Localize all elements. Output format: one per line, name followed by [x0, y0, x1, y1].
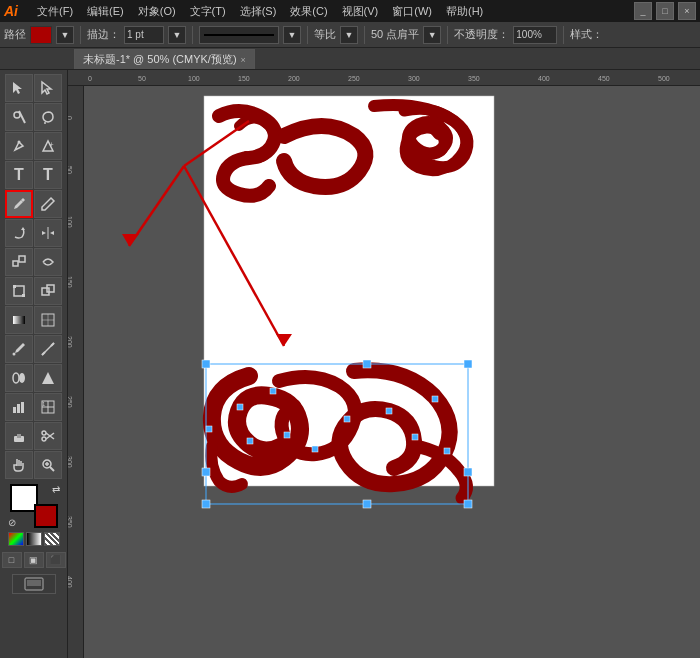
- rotate-tool-button[interactable]: [5, 219, 33, 247]
- stroke-dropdown[interactable]: ▼: [168, 26, 186, 44]
- menu-edit[interactable]: 编辑(E): [84, 3, 127, 20]
- live-paint-tool-button[interactable]: [34, 364, 62, 392]
- direct-select-tool-button[interactable]: [34, 74, 62, 102]
- menu-view[interactable]: 视图(V): [339, 3, 382, 20]
- document-tab[interactable]: 未标题-1* @ 50% (CMYK/预览) ×: [74, 49, 255, 69]
- normal-screen-btn[interactable]: □: [2, 552, 22, 568]
- pen-tool-button[interactable]: [5, 132, 33, 160]
- paintbrush-tool-button[interactable]: [5, 190, 33, 218]
- handle-mr[interactable]: [464, 468, 472, 476]
- maximize-button[interactable]: □: [656, 2, 674, 20]
- anchor-2[interactable]: [247, 438, 253, 444]
- type-tool-button[interactable]: T: [5, 161, 33, 189]
- tool-row-1: [2, 74, 65, 102]
- svg-text:400: 400: [538, 75, 550, 82]
- opacity-input[interactable]: [513, 26, 557, 44]
- ai-logo: Ai: [4, 3, 28, 19]
- handle-ml[interactable]: [202, 468, 210, 476]
- fill-color-indicator[interactable]: [30, 26, 52, 44]
- stroke-input[interactable]: [124, 26, 164, 44]
- handle-tr[interactable]: [464, 360, 472, 368]
- eyedropper-tool-button[interactable]: [5, 335, 33, 363]
- svg-text:250: 250: [348, 75, 360, 82]
- separator: [80, 26, 81, 44]
- shape-builder-tool-button[interactable]: [34, 277, 62, 305]
- anchor-6[interactable]: [386, 408, 392, 414]
- scale-tool-button[interactable]: [5, 248, 33, 276]
- menu-select[interactable]: 选择(S): [237, 3, 280, 20]
- anchor-1[interactable]: [237, 404, 243, 410]
- svg-text:0: 0: [68, 116, 73, 120]
- handle-bm[interactable]: [363, 500, 371, 508]
- gradient-tool-button[interactable]: [5, 306, 33, 334]
- eraser-tool-button[interactable]: [5, 422, 33, 450]
- measure-tool-button[interactable]: [34, 335, 62, 363]
- full-screen-btn[interactable]: ▣: [24, 552, 44, 568]
- point-dropdown[interactable]: ▼: [423, 26, 441, 44]
- gradient-mode-btn[interactable]: [26, 532, 42, 546]
- svg-marker-6: [21, 227, 25, 230]
- canvas-svg: [84, 86, 700, 658]
- blend-tool-button[interactable]: [5, 364, 33, 392]
- anchor-7[interactable]: [412, 434, 418, 440]
- svg-text:250: 250: [68, 396, 73, 408]
- minimize-button[interactable]: _: [634, 2, 652, 20]
- tab-close-button[interactable]: ×: [241, 55, 246, 65]
- equalratio-label: 等比: [314, 27, 336, 42]
- handle-br[interactable]: [464, 500, 472, 508]
- menu-type[interactable]: 文字(T): [187, 3, 229, 20]
- color-mode-btn[interactable]: [8, 532, 24, 546]
- handle-tl[interactable]: [202, 360, 210, 368]
- anchor-9[interactable]: [270, 388, 276, 394]
- svg-rect-9: [19, 256, 25, 262]
- svg-text:500: 500: [658, 75, 670, 82]
- handle-bl[interactable]: [202, 500, 210, 508]
- close-button[interactable]: ×: [678, 2, 696, 20]
- free-transform-tool-button[interactable]: [5, 277, 33, 305]
- canvas-area[interactable]: 0 50 100 150 200 250 300 350 400 450 500…: [68, 70, 700, 658]
- none-icon[interactable]: ⊘: [8, 517, 16, 528]
- menu-file[interactable]: 文件(F): [34, 3, 76, 20]
- anchor-4[interactable]: [312, 446, 318, 452]
- fill-dropdown[interactable]: ▼: [56, 26, 74, 44]
- menu-help[interactable]: 帮助(H): [443, 3, 486, 20]
- lasso-tool-button[interactable]: [34, 103, 62, 131]
- add-anchor-tool-button[interactable]: +: [34, 132, 62, 160]
- menu-window[interactable]: 窗口(W): [389, 3, 435, 20]
- reflect-tool-button[interactable]: [34, 219, 62, 247]
- toolbar: 路径 ▼ 描边： ▼ ▼ 等比 ▼ 50 点肩平 ▼ 不透明度： 样式：: [0, 22, 700, 48]
- anchor-5[interactable]: [344, 416, 350, 422]
- scissors-tool-button[interactable]: [34, 422, 62, 450]
- style-label: 样式：: [570, 27, 603, 42]
- top-artwork: [219, 105, 467, 196]
- select-tool-button[interactable]: [5, 74, 33, 102]
- anchor-11[interactable]: [444, 448, 450, 454]
- hand-tool-button[interactable]: [5, 451, 33, 479]
- svg-line-21: [42, 352, 45, 355]
- zoom-tool-button[interactable]: [34, 451, 62, 479]
- svg-text:50: 50: [68, 166, 73, 174]
- pencil-tool-button[interactable]: [34, 190, 62, 218]
- slice-tool-button[interactable]: 1: [34, 393, 62, 421]
- magic-wand-tool-button[interactable]: [5, 103, 33, 131]
- fullscreen-btn[interactable]: ⬛: [46, 552, 66, 568]
- warp-tool-button[interactable]: [34, 248, 62, 276]
- menu-object[interactable]: 对象(O): [135, 3, 179, 20]
- column-graph-tool-button[interactable]: [5, 393, 33, 421]
- stroke-color-box[interactable]: [34, 504, 58, 528]
- tool-row-12: 1: [2, 393, 65, 421]
- canvas-content[interactable]: [84, 86, 700, 658]
- screen-mode-btn[interactable]: [12, 574, 56, 594]
- swap-colors-icon[interactable]: ⇄: [52, 484, 60, 495]
- stroke-style-dropdown[interactable]: ▼: [283, 26, 301, 44]
- anchor-8[interactable]: [432, 396, 438, 402]
- handle-tm[interactable]: [363, 360, 371, 368]
- anchor-3[interactable]: [284, 432, 290, 438]
- tool-row-10: [2, 335, 65, 363]
- equalratio-dropdown[interactable]: ▼: [340, 26, 358, 44]
- anchor-10[interactable]: [206, 426, 212, 432]
- mesh-tool-button[interactable]: [34, 306, 62, 334]
- none-mode-btn[interactable]: [44, 532, 60, 546]
- area-type-tool-button[interactable]: T: [34, 161, 62, 189]
- menu-effect[interactable]: 效果(C): [287, 3, 330, 20]
